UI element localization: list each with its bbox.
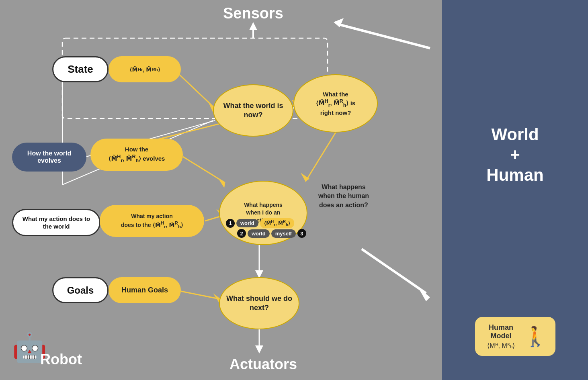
- human-text: Human: [486, 165, 543, 184]
- svg-line-5: [183, 157, 225, 183]
- state-node: State: [52, 56, 109, 82]
- right-panel: World + Human Human Model ⟨Mᴴ, Mᴿₕ⟩ 🚶: [442, 0, 588, 380]
- world-model-now-text: What the⟨M̃Hr, M̃Rh⟩ isright now?: [316, 90, 355, 116]
- svg-marker-27: [334, 18, 344, 27]
- world-now-text: What the world is now?: [214, 101, 293, 120]
- goals-text: Goals: [67, 285, 94, 296]
- svg-line-24: [362, 249, 426, 293]
- next-text: What should we do next?: [220, 294, 299, 313]
- world-human-label: World + Human: [486, 125, 543, 185]
- human-action-text: What happenswhen the humandoes an action…: [301, 183, 386, 210]
- svg-line-22: [305, 133, 336, 182]
- my-action-white-pill: What my action does to the world: [12, 209, 100, 236]
- world-model-now-ellipse: What the⟨M̃Hr, M̃Rh⟩ isright now?: [293, 74, 378, 133]
- sensors-label: Sensors: [213, 5, 293, 22]
- plus-text: +: [510, 145, 520, 164]
- human-model-box: Human Model ⟨Mᴴ, Mᴿₕ⟩ 🚶: [475, 317, 555, 356]
- how-world-text: How the world evolves: [19, 150, 79, 164]
- svg-marker-23: [301, 173, 309, 182]
- my-action-white-text: What my action does to the world: [20, 215, 92, 231]
- world-pill-2: world: [248, 229, 270, 238]
- num-1: 1: [226, 219, 235, 228]
- svg-marker-18: [255, 345, 263, 353]
- num-3: 3: [297, 229, 306, 238]
- state-text: State: [68, 63, 93, 76]
- how-model-evolves-pill: How the⟨M̃Hr, M̃Rh⟩ evolves: [90, 139, 183, 171]
- goals-pill: Goals: [52, 277, 109, 303]
- svg-line-9: [181, 291, 221, 299]
- svg-marker-2: [249, 22, 257, 30]
- sensors-text: Sensors: [223, 5, 283, 22]
- left-panel: Sensors State ⟨M̃Hr, M̃Rh⟩ What the worl…: [0, 0, 442, 380]
- svg-line-26: [338, 24, 430, 48]
- main-container: Sensors State ⟨M̃Hr, M̃Rh⟩ What the worl…: [0, 0, 588, 380]
- myself-pill: myself: [271, 229, 296, 238]
- actuators-text: Actuators: [229, 356, 297, 372]
- how-world-evolves-pill: How the world evolves: [12, 143, 86, 172]
- human-goals-text: Human Goals: [121, 286, 168, 294]
- world-pill-1: world: [236, 219, 258, 227]
- action-row1: 1 world ⟨M̃Hr, M̃Rh⟩: [226, 218, 294, 228]
- robot-text: Robot: [40, 351, 82, 368]
- num-2: 2: [237, 229, 246, 238]
- robot-label: Robot: [40, 351, 82, 368]
- model-pill-1: ⟨M̃Hr, M̃Rh⟩: [260, 218, 295, 228]
- how-model-text: How the⟨M̃Hr, M̃Rh⟩ evolves: [109, 145, 165, 164]
- state-model-pill: ⟨M̃Hr, M̃Rh⟩: [109, 56, 181, 82]
- next-ellipse: What should we do next?: [219, 277, 299, 329]
- world-now-ellipse: What the world is now?: [213, 84, 293, 137]
- actuators-label: Actuators: [223, 356, 303, 373]
- my-action-gold-text: What my actiondoes to the ⟨M̃Hr, M̃Rh⟩: [121, 212, 183, 230]
- human-goals-pill: Human Goals: [109, 277, 181, 303]
- human-model-title: Human Model: [483, 323, 519, 340]
- world-text: World: [491, 125, 539, 144]
- svg-marker-25: [418, 287, 430, 301]
- human-figure-icon: 🚶: [523, 327, 547, 346]
- action-row2: 2 world myself 3: [237, 229, 306, 238]
- svg-line-3: [175, 70, 215, 108]
- svg-marker-6: [218, 178, 225, 188]
- human-model-formula: ⟨Mᴴ, Mᴿₕ⟩: [483, 342, 519, 349]
- my-action-gold-pill: What my actiondoes to the ⟨M̃Hr, M̃Rh⟩: [100, 205, 204, 237]
